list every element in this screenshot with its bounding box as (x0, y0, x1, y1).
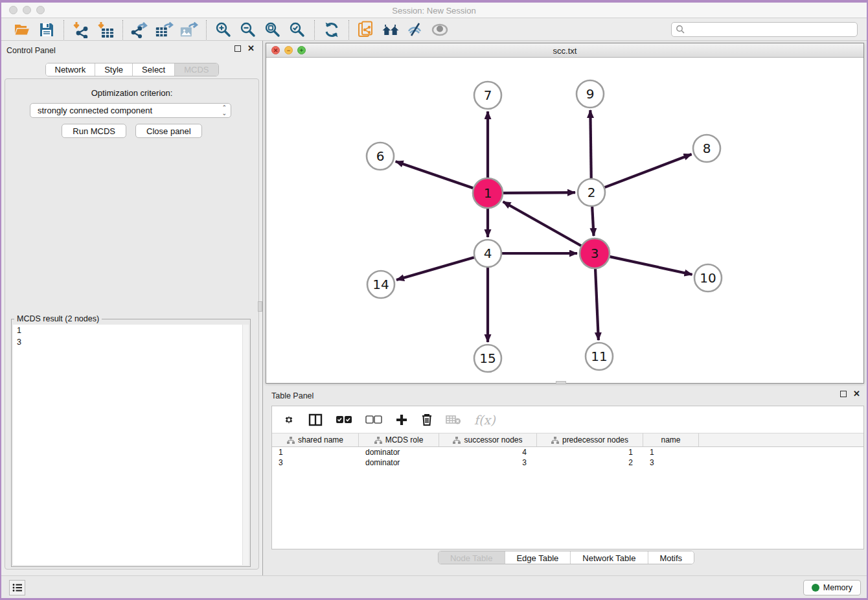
graph-edge[interactable] (503, 192, 575, 193)
delete-table-icon[interactable] (446, 415, 461, 425)
zoom-fit-icon[interactable] (263, 21, 282, 39)
close-panel-button[interactable]: Close panel (135, 124, 202, 138)
table-row[interactable]: 3dominator323 (272, 457, 863, 468)
open-session-icon[interactable] (12, 21, 32, 39)
table-cell[interactable]: dominator (359, 447, 439, 457)
run-mcds-button[interactable]: Run MCDS (62, 124, 126, 138)
memory-button[interactable]: Memory (803, 580, 861, 595)
apply-layout-icon[interactable] (322, 21, 341, 39)
graph-edge[interactable] (396, 161, 474, 188)
deselect-all-icon[interactable] (365, 415, 382, 424)
graph-edge[interactable] (605, 154, 692, 187)
export-image-icon[interactable] (179, 21, 199, 39)
table-tabs: Node Table Edge Table Network Table Moti… (438, 551, 694, 564)
import-network-icon[interactable] (71, 21, 91, 39)
column-header-successor-nodes[interactable]: successor nodes (439, 433, 537, 446)
close-panel-icon[interactable]: ✕ (247, 45, 255, 52)
node-table-body: 1dominator4113dominator323 (272, 447, 863, 468)
table-header: shared name MCDS role successor nodes pr… (272, 433, 863, 447)
zoom-in-icon[interactable] (214, 21, 233, 39)
table-row[interactable]: 1dominator411 (272, 447, 863, 457)
column-visibility-icon[interactable] (308, 413, 323, 426)
column-header-shared-name[interactable]: shared name (272, 433, 359, 446)
criterion-dropdown[interactable]: strongly connected component ⌃⌃ (30, 103, 231, 118)
hide-selected-icon[interactable] (405, 21, 425, 39)
graph-node-label: 10 (700, 270, 716, 286)
panel-splitter-handle[interactable] (258, 301, 262, 312)
tab-network[interactable]: Network (45, 63, 95, 76)
show-all-icon[interactable] (430, 21, 450, 39)
tab-network-table[interactable]: Network Table (571, 551, 648, 564)
scrollbar[interactable] (242, 325, 249, 565)
settings-icon[interactable] (282, 413, 295, 426)
tab-style[interactable]: Style (95, 63, 133, 76)
node-table: f(x) shared name MCDS role successor nod… (271, 406, 864, 549)
mcds-result-group: MCDS result (2 nodes) 13 (11, 319, 251, 567)
column-type-icon (551, 437, 559, 444)
graph-node-label: 11 (591, 349, 607, 364)
graph-edge[interactable] (592, 207, 593, 236)
save-session-icon[interactable] (37, 21, 56, 39)
column-header-predecessor-nodes[interactable]: predecessor nodes (537, 433, 643, 446)
table-cell[interactable]: 2 (537, 457, 643, 468)
graph-edge[interactable] (595, 269, 599, 340)
network-window-title: scc.txt (266, 46, 863, 56)
mcds-result-line: 3 (13, 336, 249, 348)
select-all-icon[interactable] (336, 415, 352, 424)
clone-network-icon[interactable] (356, 21, 376, 39)
graph-node-label: 14 (372, 277, 389, 292)
memory-label: Memory (823, 583, 852, 592)
panel-splitter-handle[interactable] (556, 381, 566, 384)
table-cell[interactable]: 1 (537, 447, 643, 457)
memory-status-icon (812, 584, 819, 592)
tab-mcds[interactable]: MCDS (175, 63, 218, 76)
table-toolbar: f(x) (272, 406, 863, 433)
main-toolbar (1, 19, 867, 41)
export-network-icon[interactable] (130, 21, 150, 39)
graph-edge[interactable] (503, 202, 582, 246)
table-cell[interactable]: 1 (272, 447, 359, 457)
graph-edge[interactable] (610, 257, 692, 275)
tab-motifs[interactable]: Motifs (648, 551, 694, 564)
column-type-icon (287, 437, 295, 444)
table-cell[interactable]: 3 (439, 457, 537, 468)
column-header-name[interactable]: name (643, 433, 699, 446)
graph-edge[interactable] (590, 110, 591, 178)
graph-edge[interactable] (396, 257, 474, 280)
table-cell[interactable]: 1 (643, 447, 699, 457)
graph-node-label: 4 (484, 246, 492, 261)
network-window-titlebar[interactable]: ✕ − + scc.txt (266, 43, 863, 58)
table-cell[interactable]: 3 (643, 457, 699, 468)
network-canvas[interactable]: 1234678910111415 (267, 58, 864, 384)
toolbar-separator (348, 20, 349, 40)
delete-row-icon[interactable] (421, 413, 433, 426)
workspace: Control Panel ✕ Network Style Select MCD… (1, 41, 867, 575)
graph-node-label: 6 (376, 148, 385, 164)
zoom-out-icon[interactable] (238, 21, 258, 39)
search-input[interactable] (671, 22, 858, 37)
add-row-icon[interactable] (395, 413, 408, 426)
table-cell[interactable]: 4 (439, 447, 537, 457)
mcds-result-list[interactable]: 13 (13, 325, 249, 565)
close-table-panel-icon[interactable]: ✕ (853, 391, 860, 397)
zoom-selected-icon[interactable] (288, 21, 307, 39)
float-table-panel-icon[interactable] (840, 391, 847, 397)
export-table-icon[interactable] (155, 21, 174, 39)
toolbar-separator (314, 20, 315, 40)
first-neighbors-icon[interactable] (381, 21, 400, 39)
float-panel-icon[interactable] (234, 45, 241, 52)
toolbar-separator (63, 20, 64, 40)
column-header-mcds-role[interactable]: MCDS role (359, 433, 439, 446)
tab-edge-table[interactable]: Edge Table (505, 551, 571, 564)
task-history-button[interactable] (9, 580, 25, 595)
function-builder-icon[interactable]: f(x) (474, 413, 496, 427)
search-icon (676, 25, 685, 36)
list-icon (12, 583, 23, 592)
tab-select[interactable]: Select (133, 63, 175, 76)
import-table-icon[interactable] (96, 21, 115, 39)
mcds-result-title: MCDS result (2 nodes) (14, 314, 102, 323)
tab-node-table[interactable]: Node Table (439, 551, 505, 564)
table-cell[interactable]: 3 (272, 457, 359, 468)
graph-node-label: 7 (484, 87, 492, 103)
table-cell[interactable]: dominator (359, 457, 439, 468)
